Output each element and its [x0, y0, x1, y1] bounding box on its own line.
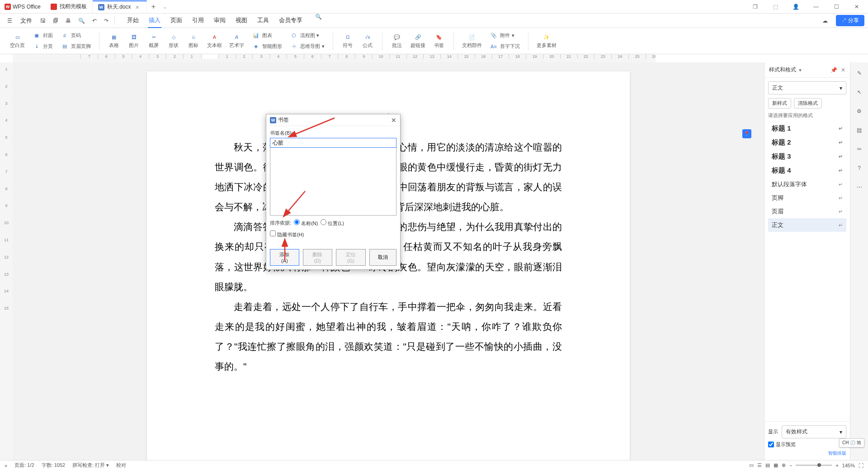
current-style-select[interactable]: 正文▾ — [768, 81, 846, 94]
expand-icon[interactable]: » — [5, 463, 11, 468]
menu-member[interactable]: 会员专享 — [278, 14, 303, 28]
style-item-normal[interactable]: 正文↵ — [768, 218, 846, 232]
menu-review[interactable]: 审阅 — [213, 14, 226, 28]
table-button[interactable]: ▦表格 — [105, 32, 123, 50]
file-menu[interactable]: 文件 — [16, 17, 37, 25]
redo-icon[interactable]: ↷ — [100, 14, 112, 28]
tab-add-button[interactable]: + — [147, 3, 160, 11]
layers-icon[interactable]: ▤ — [854, 125, 865, 136]
settings-icon[interactable]: ⚙ — [854, 106, 865, 117]
style-item-h1[interactable]: 标题 1↵ — [768, 122, 846, 136]
screenshot-button[interactable]: ✂截屏 — [145, 32, 163, 50]
undo-icon[interactable]: ↶ — [89, 14, 100, 28]
zoom-out-icon[interactable]: − — [789, 463, 792, 468]
menu-insert[interactable]: 插入 — [148, 14, 161, 28]
header-footer-button[interactable]: ▤页眉页脚 — [57, 42, 94, 52]
status-words[interactable]: 字数: 1052 — [38, 462, 69, 469]
page-num-button[interactable]: #页码 — [57, 31, 94, 41]
menu-reference[interactable]: 引用 — [191, 14, 205, 28]
close-window-icon[interactable]: ✕ — [850, 0, 863, 14]
sort-name-radio[interactable]: 名称(N) — [294, 219, 318, 227]
view-read-icon[interactable]: ▦ — [774, 462, 778, 468]
hide-bookmark-checkbox[interactable]: 隐藏书签(H) — [270, 230, 304, 238]
search-icon[interactable]: 🔍 — [311, 14, 326, 20]
chevron-down-icon[interactable]: ⌄ — [163, 4, 167, 10]
dropcap-button[interactable]: A≡首字下沉 — [486, 42, 523, 52]
docparts-button[interactable]: 📄文档部件 — [459, 32, 485, 50]
style-item-header[interactable]: 页眉↵ — [768, 205, 846, 218]
view-outline-icon[interactable]: ▤ — [765, 462, 770, 468]
cover-button[interactable]: ▣封面 — [29, 31, 56, 41]
style-item-h4[interactable]: 标题 4↵ — [768, 164, 846, 178]
style-item-h2[interactable]: 标题 2↵ — [768, 136, 846, 150]
chart-button[interactable]: 📊图表 — [249, 31, 285, 41]
status-page[interactable]: 页面: 1/2 — [11, 462, 38, 469]
minimize-icon[interactable]: — — [809, 0, 823, 14]
tools-icon[interactable]: ✂ — [854, 144, 865, 155]
more-icon[interactable]: ⋯ — [854, 182, 865, 193]
new-style-button[interactable]: 新样式 — [768, 98, 791, 108]
menu-tools[interactable]: 工具 — [256, 14, 270, 28]
dialog-close-icon[interactable]: ✕ — [391, 117, 396, 124]
symbol-button[interactable]: Ω符号 — [339, 32, 357, 50]
more-button[interactable]: ✨更多素材 — [534, 32, 559, 50]
status-proof[interactable]: 校对 — [113, 462, 130, 469]
zoom-value[interactable]: 145% — [842, 463, 855, 468]
bookmark-list[interactable] — [270, 148, 396, 216]
flowchart-button[interactable]: ⬡流程图 ▾ — [287, 31, 327, 41]
maximize-icon[interactable]: ☐ — [830, 0, 843, 14]
cloud-icon[interactable]: ☁ — [819, 18, 831, 24]
close-panel-icon[interactable]: ✕ — [841, 67, 845, 73]
blank-page-button[interactable]: ▭空白页 — [7, 32, 28, 50]
print-preview-icon[interactable]: 🗐 — [49, 14, 62, 28]
sort-location-radio[interactable]: 位置(L) — [321, 219, 344, 227]
page-break-button[interactable]: ⤓分页 — [29, 42, 56, 52]
box-icon[interactable]: ⬚ — [769, 0, 782, 14]
textbox-button[interactable]: A文本框 — [204, 32, 225, 50]
style-item-footer[interactable]: 页脚↵ — [768, 191, 846, 205]
pin-icon[interactable]: 📌 — [830, 67, 837, 73]
picture-button[interactable]: 🖼图片 — [125, 32, 143, 50]
share-button[interactable]: ↗ 分享 — [836, 15, 864, 26]
comment-button[interactable]: 💬批注 — [388, 32, 406, 50]
window-copy-icon[interactable]: ❐ — [748, 0, 762, 14]
avatar-icon[interactable]: 👤 — [789, 0, 802, 14]
ruler-horizontal[interactable]: 7654321 12345678910111213141516171819202… — [13, 54, 656, 62]
hyperlink-button[interactable]: 🔗超链接 — [408, 32, 428, 50]
bookmark-name-input[interactable] — [270, 138, 396, 148]
cursor-icon[interactable]: ↖ — [854, 87, 865, 98]
preview-icon[interactable]: 🔍 — [75, 14, 89, 28]
ruler-vertical[interactable]: 123456789101112131415 — [0, 62, 13, 460]
equation-button[interactable]: √x公式 — [359, 32, 377, 50]
help-icon[interactable]: ? — [854, 163, 865, 174]
show-filter-select[interactable]: 有效样式▾ — [782, 425, 846, 438]
dialog-titlebar[interactable]: W 书签 ✕ — [266, 114, 400, 126]
tab-document[interactable]: W 秋天.docx × — [93, 0, 147, 13]
menu-view[interactable]: 视图 — [235, 14, 248, 28]
icon-button[interactable]: ☺图标 — [184, 32, 203, 50]
view-single-icon[interactable]: ▭ — [749, 462, 754, 468]
hamburger-icon[interactable]: ☰ — [4, 14, 16, 28]
cancel-button[interactable]: 取消 — [369, 249, 396, 266]
save-icon[interactable]: 🖫 — [37, 14, 49, 28]
add-button[interactable]: 添加(A) — [270, 249, 299, 266]
view-web-icon[interactable]: ☰ — [757, 462, 762, 468]
mindmap-button[interactable]: ⊹思维导图 ▾ — [287, 42, 327, 52]
tab-close-icon[interactable]: × — [133, 4, 141, 11]
shape-button[interactable]: ◇形状 — [165, 32, 183, 50]
attachment-button[interactable]: 📎附件 ▾ — [486, 31, 523, 41]
ime-indicator[interactable]: CH 🕗 简 — [839, 438, 864, 447]
wordart-button[interactable]: A艺术字 — [226, 32, 247, 50]
location-marker-icon[interactable]: 📍 — [742, 129, 751, 138]
bookmark-button[interactable]: 🔖书签 — [430, 32, 448, 50]
menu-start[interactable]: 开始 — [126, 14, 140, 28]
print-icon[interactable]: 🖶 — [62, 14, 75, 28]
menu-page[interactable]: 页面 — [170, 14, 183, 28]
clear-format-button[interactable]: 清除格式 — [794, 98, 822, 108]
tab-template[interactable]: 找稻壳模板 — [45, 0, 93, 13]
preview-checkbox[interactable]: 显示预览 — [768, 441, 846, 448]
zoom-in-icon[interactable]: + — [835, 463, 838, 468]
smart-layout-link[interactable]: 智能排版 — [828, 451, 846, 456]
fullscreen-icon[interactable]: ⛶ — [859, 463, 863, 468]
style-item-default[interactable]: 默认段落字体↵ — [768, 178, 846, 191]
